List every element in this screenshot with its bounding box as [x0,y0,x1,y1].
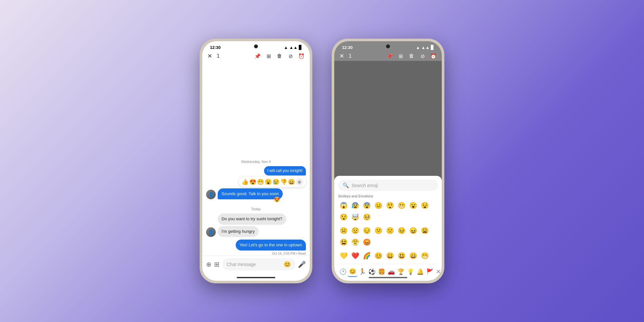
phone1: 12:30 ▲ ▲▲ ▊ ✕ 1 📌 ⊞ 🗑 ⊘ ⏰ Wednesday, No… [200,39,312,283]
pin-icon[interactable]: 📌 [254,53,261,59]
emoji-blush[interactable]: 😊 [373,250,384,261]
snooze-icon[interactable]: ⏰ [298,53,305,59]
emoji-rainbow[interactable]: 🌈 [361,250,372,261]
emoji-button-1[interactable]: 😊 [284,261,291,268]
emoji-tired[interactable]: 😫 [338,237,349,248]
msg-row-recv-3: 👤 I'm getting hungry [206,226,306,237]
tab-recent[interactable]: 🕐 [338,267,348,277]
emoji-search-placeholder: Search emoji [352,183,378,188]
emoji-explodinghead[interactable]: 🤯 [350,212,361,223]
phone2: 12:30 ▲ ▲▲ ▊ ✕ 1 📌 ⊞ 🗑 ⊘ ⏰ Wednesday, No… [332,39,444,283]
status-icons-1: ▲ ▲▲ ▊ [284,45,302,50]
snooze-icon-2[interactable]: ⏰ [430,53,437,59]
search-icon: 🔍 [343,182,349,188]
avatar-img-3: 👤 [206,227,216,237]
time-1: 12:30 [210,45,221,50]
archive-icon-2[interactable]: ⊞ [397,53,404,59]
date-sep-2: Today [206,207,306,211]
reaction-open-mouth[interactable]: 😮 [265,178,272,185]
reaction-bar-1[interactable]: 👍 😍 😁 😮 😢 👎 😄 ⊕ [239,177,306,187]
emoji-grin4[interactable]: 😁 [419,250,430,261]
reaction-add-btn[interactable]: ⊕ [296,178,303,186]
date-sep-1: Wednesday, Nov 4 [206,160,306,164]
mic-button-1[interactable]: 🎤 [298,260,306,268]
archive-icon[interactable]: ⊞ [265,53,272,59]
emoji-confounded[interactable]: 😖 [408,225,419,236]
emoji-neutral[interactable]: 😐 [373,200,384,211]
emoji-category-label: Smileys and Emotions [338,194,438,198]
emoji-grinning[interactable]: 😀 [384,250,395,261]
emoji-grimacing[interactable]: 😬 [396,200,407,211]
emoji-pensive[interactable]: 😔 [361,225,372,236]
bubble-recv-3-text: I'm getting hungry [222,229,255,234]
avatar-img-1: 👤 [206,190,216,199]
tab-smileys[interactable]: 😊 [348,267,357,277]
image-button-1[interactable]: ⊞ [214,260,220,268]
chat-input-1[interactable]: Chat message 😊 [222,258,295,270]
bubble-sent-1: I will call you tonight! [264,166,306,175]
emoji-openmouth[interactable]: 😮 [408,200,419,211]
tab-people[interactable]: 🏃 [357,267,367,277]
pin-icon-2[interactable]: 📌 [386,53,393,59]
emoji-steaming[interactable]: 😤 [350,237,361,248]
reaction-hearteyes[interactable]: 😍 [249,178,256,185]
avatar-3: 👤 [206,227,216,237]
battery-icon: ▊ [299,45,302,50]
bubble-sent-2: Yes! Let's go to the one in uptown [236,240,306,251]
emoji-anguished[interactable]: 😧 [419,200,430,211]
emoji-grid-row1: 😱 😰 😨 😐 😲 😬 😮 😧 😯 🤯 🥺 [338,200,438,223]
emoji-search-bar[interactable]: 🔍 Search emoji [338,180,438,191]
reaction-cry[interactable]: 😢 [272,178,279,185]
tab-symbols[interactable]: 🔔 [415,267,425,277]
msg-row-sent-2: Yes! Let's go to the one in uptown [206,240,306,251]
emoji-worried[interactable]: 😟 [350,225,361,236]
msg-row-recv-2: Do you want to try sushi tonight? [206,213,306,224]
emoji-persevering[interactable]: 😣 [396,225,407,236]
close-button-1[interactable]: ✕ [207,52,212,60]
emoji-frown[interactable]: ☹️ [338,225,349,236]
bubble-recv-2-text: Do you want to try sushi tonight? [222,216,282,221]
selection-count-1: 1 [217,53,220,59]
emoji-confused[interactable]: 😕 [373,225,384,236]
delete-icon-2[interactable]: 🗑 [408,53,415,59]
emoji-astonished[interactable]: 😲 [384,200,395,211]
emoji-yellow-heart[interactable]: 💛 [338,250,349,261]
reaction-grin[interactable]: 😁 [257,178,264,185]
reaction-smile[interactable]: 😄 [288,178,295,185]
tab-activities[interactable]: 🏆 [396,267,406,277]
tab-delete[interactable]: ✕ [435,267,442,277]
status-bar-2: 12:30 ▲ ▲▲ ▊ [334,41,442,51]
tab-food[interactable]: 🍔 [377,267,386,277]
add-button-1[interactable]: ⊕ [206,260,212,268]
delete-icon[interactable]: 🗑 [276,53,283,59]
close-button-2[interactable]: ✕ [339,52,344,60]
emoji-grin2[interactable]: 😃 [396,250,407,261]
emoji-heart[interactable]: ❤️ [350,250,361,261]
chat-area-1: Wednesday, Nov 4 I will call you tonight… [202,61,310,255]
emoji-fearful[interactable]: 😱 [338,200,349,211]
chat-placeholder-1: Chat message [227,262,281,267]
reaction-thumbsdown[interactable]: 👎 [280,178,287,185]
selection-count-2: 1 [349,53,352,59]
block-icon[interactable]: ⊘ [287,53,294,59]
emoji-category-tabs: 🕐 😊 🏃 ⚽ 🍔 🚗 🏆 💡 🔔 🚩 ✕ [338,264,438,277]
emoji-weary[interactable]: 😩 [419,225,430,236]
bubble-sent-2-text: Yes! Let's go to the one in uptown [240,242,302,247]
emoji-sweating[interactable]: 😰 [350,200,361,211]
tab-sports[interactable]: ⚽ [367,267,377,277]
tab-objects[interactable]: 💡 [406,267,415,277]
wifi-icon: ▲ [284,45,288,50]
emoji-fearful2[interactable]: 😨 [361,200,372,211]
reaction-thumbsup[interactable]: 👍 [242,178,249,185]
emoji-hushed[interactable]: 😯 [338,212,349,223]
emoji-pleading[interactable]: 🥺 [361,212,372,223]
block-icon-2[interactable]: ⊘ [419,53,426,59]
bubble-recv-1: Sounds good. Talk to you soon [218,188,283,199]
bubble-recv-reaction-1: 😍 [274,196,280,203]
tab-flags[interactable]: 🚩 [425,267,435,277]
emoji-grin3[interactable]: 😄 [408,250,419,261]
avatar-1: 👤 [206,190,216,199]
tab-travel[interactable]: 🚗 [386,267,396,277]
emoji-slightfrown[interactable]: 🙁 [384,225,395,236]
emoji-angry[interactable]: 😡 [361,237,372,248]
